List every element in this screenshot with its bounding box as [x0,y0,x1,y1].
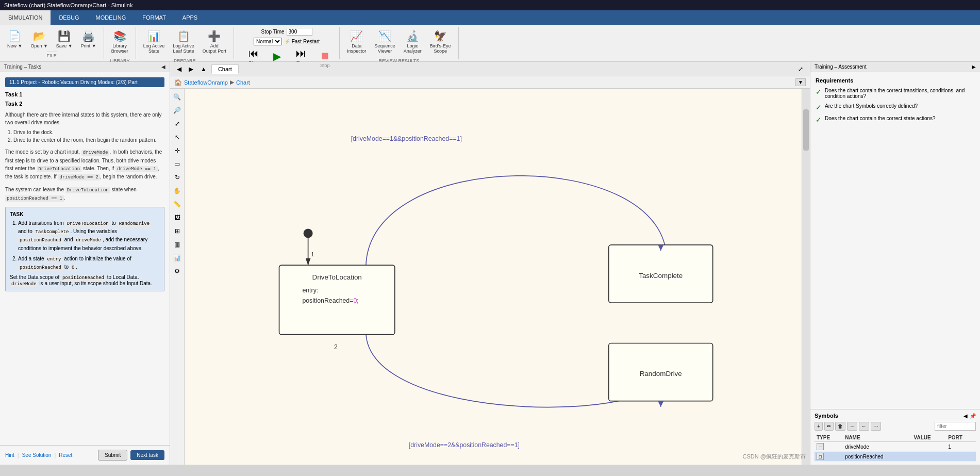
save-button[interactable]: 💾 Save ▼ [53,28,76,51]
add-port-label: AddOutput Port [203,43,226,54]
chart-canvas[interactable]: 1 [driveMode==1&&positionReached==1] [dr… [185,89,802,465]
sym-more-btn[interactable]: ⋯ [871,422,881,431]
sym-value-positionreached [912,452,946,462]
bar-tool[interactable]: ▥ [171,238,184,251]
right-panel-title: Training – Assessment [815,64,867,70]
symbols-pin[interactable]: 📌 [970,413,976,419]
logic-analyzer-button[interactable]: 🔬 LogicAnalyzer [401,28,425,56]
left-panel-content: 11.1 Project - Robotic Vacuum Driving Mo… [0,72,170,445]
library-label: LibraryBrowser [111,43,128,54]
library-browser-button[interactable]: 📚 LibraryBrowser [108,28,131,56]
req-item-2: ✓ Are the chart Symbols correctly define… [816,103,975,111]
log-active-state-button[interactable]: 📊 Log ActiveState [140,28,168,56]
next-task-button[interactable]: Next task [130,450,164,460]
sequence-viewer-button[interactable]: 📉 SequenceViewer [371,28,398,56]
entry-label: entry: [302,287,318,294]
data-inspector-label: DataInspector [347,43,366,54]
image-tool[interactable]: 🖼 [171,211,184,224]
grid-tool[interactable]: ⊞ [171,225,184,237]
req-check-2: ✓ [816,103,822,111]
fit-tool[interactable]: ⤢ [171,118,184,130]
crosshair-tool[interactable]: ✛ [171,144,184,157]
breadcrumb-chart[interactable]: Chart [236,79,250,86]
symbols-table: TYPE NAME VALUE PORT → driveMode 1 ◻ [815,434,976,462]
toolbar-simulate-section: Stop Time Normal ⚡ Fast Restart ⏮ StepBa… [234,27,340,59]
sym-delete-btn[interactable]: 🗑 [835,422,845,431]
sym-col-name: NAME [843,434,911,442]
symbols-header: Symbols ◀ 📌 [815,413,976,419]
add-output-port-button[interactable]: ➕ AddOutput Port [200,28,229,56]
toolbar-prepare-section: 📊 Log ActiveState 📋 Log ActiveLeaf State… [136,27,234,59]
body-text: The mode is set by a chart input, driveM… [5,148,164,182]
chart-tool[interactable]: 📊 [171,252,184,264]
breadcrumb-dropdown[interactable]: ▼ [795,78,806,86]
sym-row-positionreached[interactable]: ◻ positionReached [815,452,976,462]
chart-scrollbar[interactable] [802,89,810,465]
logic-analyzer-icon: 🔬 [406,30,419,42]
symbols-filter-input[interactable] [935,422,976,431]
task-item-3: Set the Data scope of positionReached to… [10,274,160,287]
settings-tool[interactable]: ⚙ [171,265,184,277]
breadcrumb-stateflow[interactable]: StateflowOnramp [184,79,228,86]
sym-name-drivemode: driveMode [843,442,911,452]
new-label: New ▼ [7,43,22,48]
data-inspector-button[interactable]: 📈 DataInspector [344,28,369,56]
mode-select[interactable]: Normal [254,38,282,45]
menu-tab-format[interactable]: FORMAT [134,10,174,25]
log-state-label: Log ActiveState [143,43,165,54]
sym-output-btn[interactable]: ← [859,422,869,431]
menu-tab-apps[interactable]: APPS [174,10,206,25]
nav-back-button[interactable]: ◀ [174,64,184,74]
zoom-in-tool[interactable]: 🔍 [171,91,184,103]
ruler-tool[interactable]: 📏 [171,198,184,210]
entry-action: positionReached=0; [302,297,358,304]
print-icon: 🖨️ [82,30,95,42]
print-button[interactable]: 🖨️ Print ▼ [78,28,99,51]
birds-eye-icon: 🦅 [434,30,447,42]
new-button[interactable]: 📄 New ▼ [4,28,25,51]
pan-tool[interactable]: ✋ [171,185,184,197]
see-solution-link[interactable]: See Solution [22,452,52,458]
symbols-collapse[interactable]: ◀ [964,413,968,419]
hint-link[interactable]: Hint [5,452,14,458]
submit-button[interactable]: Submit [98,450,127,461]
pointer-tool[interactable]: ↖ [171,131,184,143]
main-area: Training – Tasks ◀ 11.1 Project - Roboti… [0,62,980,465]
menu-tab-simulation[interactable]: SIMULATION [0,10,51,25]
sequence-viewer-label: SequenceViewer [374,43,395,54]
log-active-leaf-button[interactable]: 📋 Log ActiveLeaf State [170,28,197,56]
maximize-button[interactable]: ⤢ [795,64,806,74]
sequence-viewer-icon: 📉 [378,30,391,42]
stop-time-label: Stop Time [261,29,285,35]
title-bar: Stateflow (chart) StateflowOnramp/Chart … [0,0,980,10]
new-icon: 📄 [8,30,21,42]
reset-link[interactable]: Reset [59,452,72,458]
stop-button[interactable]: ⏹ Stop [314,48,335,70]
nav-up-button[interactable]: ▲ [198,64,209,74]
canvas-area[interactable]: 🔍 🔎 ⤢ ↖ ✛ ▭ ↻ ✋ 📏 🖼 ⊞ ▥ 📊 ⚙ [170,89,810,465]
open-label: Open ▼ [30,43,47,48]
zoom-out-tool[interactable]: 🔎 [171,104,184,117]
sym-row-drivemode[interactable]: → driveMode 1 [815,442,976,452]
chart-tabbar: ◀ ▶ ▲ Chart ⤢ [170,62,810,76]
chart-tab[interactable]: Chart [211,64,239,74]
sep1: | [18,452,19,458]
req-text-2: Are the chart Symbols correctly defined? [825,103,918,109]
birds-eye-scope-button[interactable]: 🦅 Bird's-EyeScope [427,28,454,56]
sym-input-btn[interactable]: → [847,422,857,431]
symbols-title: Symbols [815,413,838,419]
menu-tab-modeling[interactable]: MODELING [88,10,135,25]
task2-title[interactable]: Task 2 [5,101,164,107]
nav-forward-button[interactable]: ▶ [186,64,196,74]
stop-time-input[interactable] [287,28,312,36]
left-panel-title: Training – Tasks [4,64,41,70]
left-panel-collapse[interactable]: ◀ [161,64,165,70]
sym-add-btn[interactable]: + [815,422,823,431]
right-panel-collapse[interactable]: ▶ [972,64,976,70]
open-button[interactable]: 📂 Open ▼ [27,28,51,51]
task1-title[interactable]: Task 1 [5,91,164,97]
sym-edit-btn[interactable]: ✏ [824,422,834,431]
rotate-tool[interactable]: ↻ [171,171,184,184]
menu-tab-debug[interactable]: DEBUG [51,10,87,25]
rect-tool[interactable]: ▭ [171,158,184,170]
